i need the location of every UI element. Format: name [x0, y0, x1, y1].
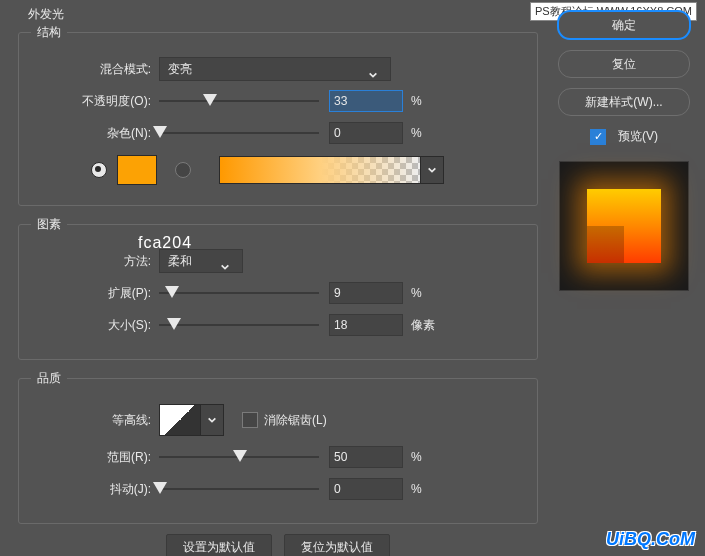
- ok-button[interactable]: 确定: [557, 10, 691, 40]
- size-label: 大小(S):: [31, 317, 159, 334]
- opacity-unit: %: [411, 94, 441, 108]
- blend-mode-value: 变亮: [168, 61, 192, 78]
- jitter-slider[interactable]: [159, 488, 319, 490]
- spread-slider[interactable]: [159, 292, 319, 294]
- effect-title: 外发光: [28, 6, 64, 23]
- reset-default-button[interactable]: 复位为默认值: [284, 534, 390, 556]
- reset-button[interactable]: 复位: [558, 50, 690, 78]
- legend-structure: 结构: [31, 24, 67, 41]
- make-default-button[interactable]: 设置为默认值: [166, 534, 272, 556]
- blend-mode-select[interactable]: 变亮: [159, 57, 391, 81]
- preview-thumbnail: [559, 161, 689, 291]
- gradient-dropdown[interactable]: [421, 156, 444, 184]
- spread-slider-thumb[interactable]: [165, 286, 179, 298]
- group-quality: 品质 等高线: 消除锯齿(L) 范围(R): % 抖动(: [18, 370, 538, 524]
- noise-input[interactable]: [329, 122, 403, 144]
- spread-unit: %: [411, 286, 441, 300]
- preview-label: 预览(V): [618, 128, 658, 145]
- color-radio-solid[interactable]: [91, 162, 107, 178]
- size-slider-thumb[interactable]: [167, 318, 181, 330]
- opacity-label: 不透明度(O):: [31, 93, 159, 110]
- range-input[interactable]: [329, 446, 403, 468]
- jitter-label: 抖动(J):: [31, 481, 159, 498]
- group-elements: 图素 方法: 柔和 扩展(P): % 大小(S):: [18, 216, 538, 360]
- size-unit: 像素: [411, 317, 441, 334]
- noise-slider[interactable]: [159, 132, 319, 134]
- jitter-input[interactable]: [329, 478, 403, 500]
- legend-quality: 品质: [31, 370, 67, 387]
- jitter-unit: %: [411, 482, 441, 496]
- opacity-slider-thumb[interactable]: [203, 94, 217, 106]
- contour-picker[interactable]: [159, 404, 201, 436]
- noise-label: 杂色(N):: [31, 125, 159, 142]
- new-style-button[interactable]: 新建样式(W)...: [558, 88, 690, 116]
- spread-input[interactable]: [329, 282, 403, 304]
- preview-glow-sample: [587, 189, 661, 263]
- contour-dropdown[interactable]: [201, 404, 224, 436]
- technique-label: 方法:: [31, 253, 159, 270]
- antialias-label: 消除锯齿(L): [264, 412, 327, 429]
- range-label: 范围(R):: [31, 449, 159, 466]
- technique-value: 柔和: [168, 253, 192, 270]
- opacity-slider[interactable]: [159, 100, 319, 102]
- range-unit: %: [411, 450, 441, 464]
- antialias-checkbox[interactable]: [242, 412, 258, 428]
- watermark-bottom: UiBQ.CoM: [606, 529, 695, 550]
- range-slider-thumb[interactable]: [233, 450, 247, 462]
- spread-label: 扩展(P):: [31, 285, 159, 302]
- size-input[interactable]: [329, 314, 403, 336]
- noise-unit: %: [411, 126, 441, 140]
- blend-mode-label: 混合模式:: [31, 61, 159, 78]
- preview-checkbox[interactable]: ✓: [590, 129, 606, 145]
- opacity-input[interactable]: [329, 90, 403, 112]
- color-radio-gradient[interactable]: [175, 162, 191, 178]
- color-swatch[interactable]: [117, 155, 157, 185]
- jitter-slider-thumb[interactable]: [153, 482, 167, 494]
- contour-label: 等高线:: [31, 412, 159, 429]
- noise-slider-thumb[interactable]: [153, 126, 167, 138]
- range-slider[interactable]: [159, 456, 319, 458]
- gradient-well[interactable]: [219, 156, 421, 184]
- size-slider[interactable]: [159, 324, 319, 326]
- legend-elements: 图素: [31, 216, 67, 233]
- group-structure: 结构 混合模式: 变亮 不透明度(O): % 杂色(N):: [18, 24, 538, 206]
- technique-select[interactable]: 柔和: [159, 249, 243, 273]
